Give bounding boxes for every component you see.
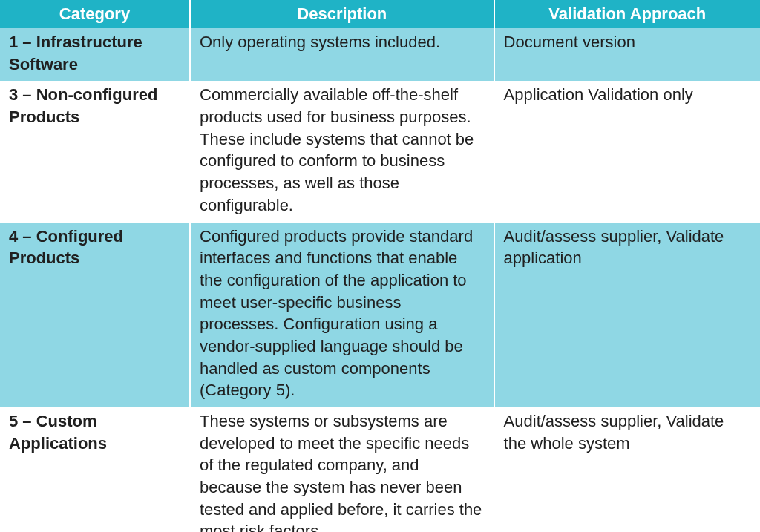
cell-category: 3 – Non-configured Products (0, 81, 190, 222)
cell-category: 5 – Custom Applications (0, 407, 190, 532)
header-category: Category (0, 0, 190, 28)
header-description: Description (190, 0, 494, 28)
cell-validation: Document version (494, 28, 760, 81)
categories-table-wrap: Category Description Validation Approach… (0, 0, 760, 532)
cell-validation: Audit/assess supplier, Validate applicat… (494, 223, 760, 408)
table-row: 3 – Non-configured Products Commercially… (0, 81, 760, 222)
categories-table: Category Description Validation Approach… (0, 0, 760, 532)
cell-description: These systems or subsystems are develope… (190, 407, 494, 532)
table-row: 4 – Configured Products Configured produ… (0, 223, 760, 408)
table-row: 1 – Infrastructure Software Only operati… (0, 28, 760, 81)
cell-category: 4 – Configured Products (0, 223, 190, 408)
cell-validation: Application Validation only (494, 81, 760, 222)
cell-validation: Audit/assess supplier, Validate the whol… (494, 407, 760, 532)
cell-description: Configured products provide standard int… (190, 223, 494, 408)
header-validation: Validation Approach (494, 0, 760, 28)
cell-category: 1 – Infrastructure Software (0, 28, 190, 81)
cell-description: Commercially available off-the-shelf pro… (190, 81, 494, 222)
table-header-row: Category Description Validation Approach (0, 0, 760, 28)
table-row: 5 – Custom Applications These systems or… (0, 407, 760, 532)
cell-description: Only operating systems included. (190, 28, 494, 81)
